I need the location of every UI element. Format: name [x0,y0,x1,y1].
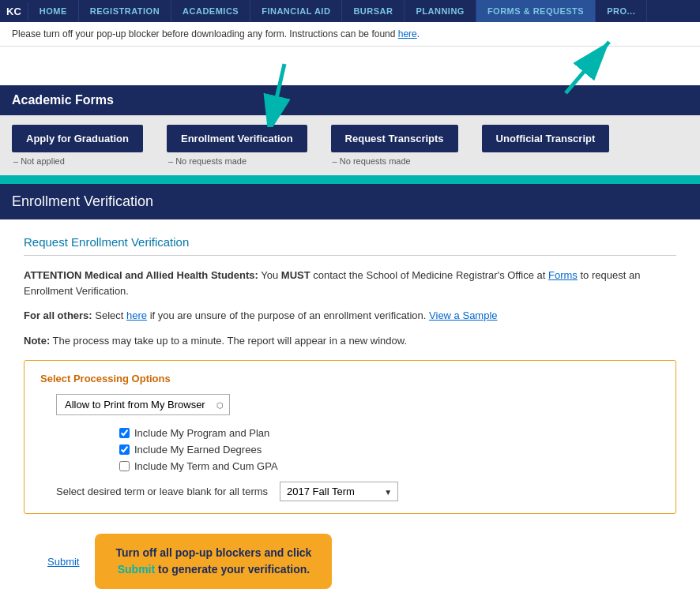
enrollment-verification-group: Enrollment Verification – No requests ma… [167,125,307,166]
submit-link[interactable]: Submit [47,556,79,568]
print-option-row: Allow to Print from My BrowserSend to Em… [40,394,660,415]
include-program-checkbox[interactable] [119,428,130,438]
term-row: Select desired term or leave blank for a… [40,482,660,501]
request-enrollment-title: Request Enrollment Verification [24,235,676,256]
attention-paragraph: ATTENTION Medical and Allied Health Stud… [24,268,676,298]
print-select-wrapper: Allow to Print from My BrowserSend to Em… [56,394,230,415]
teal-arrow-up-icon [558,30,621,101]
include-degrees-label: Include My Earned Degrees [134,444,262,456]
apply-graduation-group: Apply for Graduation – Not applied [12,125,143,166]
teal-separator [0,178,700,184]
include-program-row: Include My Program and Plan [119,427,660,439]
svg-line-1 [566,42,609,93]
processing-options-box: Select Processing Options Allow to Print… [24,360,676,514]
navigation: KC HOME REGISTRATION ACADEMICS FINANCIAL… [0,0,700,22]
apply-graduation-status: – Not applied [12,156,65,166]
submit-tooltip: Turn off all pop-up blockers and click S… [95,534,332,589]
tooltip-submit-highlight: Submit [118,563,155,576]
nav-home[interactable]: HOME [28,0,79,22]
forms-link[interactable]: Forms [548,269,578,281]
include-gpa-row: Include My Term and Cum GPA [119,460,660,472]
request-transcripts-button[interactable]: Request Transcripts [331,125,458,152]
nav-forms-requests[interactable]: FORMS & REQUESTS [476,0,596,22]
nav-pro[interactable]: PRO... [596,0,647,22]
unofficial-transcript-group: Unofficial Transcript [482,125,610,152]
view-sample-link[interactable]: View a Sample [429,309,497,321]
nav-financial-aid[interactable]: FINANCIAL AID [250,0,342,22]
term-select[interactable]: 2017 Fall Term2017 Spring Term2016 Fall … [280,482,398,501]
checkbox-group: Include My Program and Plan Include My E… [40,427,660,472]
submit-row: Submit Turn off all pop-up blockers and … [24,526,676,597]
here-link-2[interactable]: here [126,309,147,321]
term-select-wrapper: 2017 Fall Term2017 Spring Term2016 Fall … [280,482,398,501]
apply-graduation-button[interactable]: Apply for Graduation [12,125,143,152]
tooltip-arrow-icon [99,553,108,569]
include-gpa-checkbox[interactable] [119,461,130,471]
enrollment-body: Request Enrollment Verification ATTENTIO… [0,219,700,613]
print-option-select[interactable]: Allow to Print from My BrowserSend to Em… [56,394,230,415]
top-section: Please turn off your pop-up blocker befo… [0,22,700,85]
nav-registration[interactable]: REGISTRATION [79,0,171,22]
nav-academics[interactable]: ACADEMICS [171,0,250,22]
academic-forms-buttons: Apply for Graduation – Not applied Enrol… [0,115,700,178]
processing-options-title: Select Processing Options [40,373,660,384]
include-degrees-row: Include My Earned Degrees [119,444,660,456]
request-transcripts-group: Request Transcripts – No requests made [331,125,458,166]
unofficial-transcript-button[interactable]: Unofficial Transcript [482,125,610,152]
term-label: Select desired term or leave blank for a… [56,486,268,497]
enrollment-header: Enrollment Verification [0,184,700,219]
here-link[interactable]: here [398,28,417,39]
buttons-row-wrapper: Apply for Graduation – Not applied Enrol… [0,115,700,178]
include-degrees-checkbox[interactable] [119,444,130,455]
nav-planning[interactable]: PLANNING [405,0,476,22]
note-paragraph: Note: The process may take up to a minut… [24,333,676,349]
enrollment-verification-button[interactable]: Enrollment Verification [167,125,307,152]
for-all-paragraph: For all others: Select here if you are u… [24,308,676,324]
include-program-label: Include My Program and Plan [134,427,269,439]
nav-bursar[interactable]: BURSAR [342,0,405,22]
enrollment-verification-status: – No requests made [167,156,247,166]
request-transcripts-status: – No requests made [331,156,411,166]
logo: KC [0,2,28,21]
include-gpa-label: Include My Term and Cum GPA [134,460,278,472]
